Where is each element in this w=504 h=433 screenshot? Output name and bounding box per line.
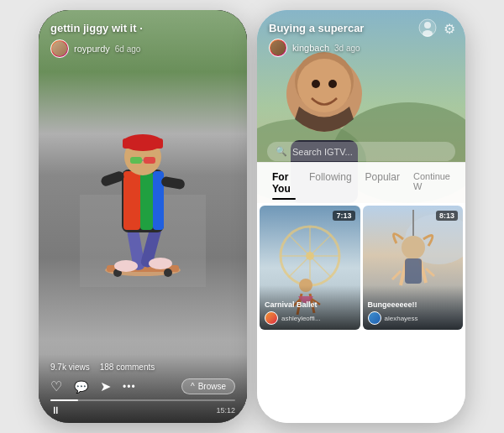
svg-rect-10 bbox=[123, 171, 140, 230]
phones-container: gettin jiggy wit it · roypurdy 6d ago 9.… bbox=[30, 2, 474, 431]
right-avatar bbox=[269, 39, 287, 57]
tab-for-you[interactable]: For You bbox=[265, 168, 302, 198]
right-igtv: Buying a supercar kingbach 3d ago bbox=[257, 10, 465, 423]
thumb-2-title: Bungeeeeee!! bbox=[368, 300, 459, 309]
right-username: kingbach bbox=[292, 43, 329, 53]
svg-point-28 bbox=[328, 80, 337, 88]
tab-following[interactable]: Following bbox=[302, 168, 359, 198]
thumb-2-info: Bungeeeeee!! alexhayess bbox=[363, 285, 464, 330]
controls-row: ♡ 💬 ➤ ••• ^ Browse bbox=[50, 378, 235, 394]
thumb-1-info: Carnival Ballet ashleyleoffi... bbox=[260, 285, 360, 330]
video-title: gettin jiggy wit it · bbox=[50, 22, 235, 34]
svg-rect-14 bbox=[160, 176, 186, 190]
play-time-row: ⏸ 15:12 bbox=[50, 404, 235, 416]
left-bottom-controls: 9.7k views 188 comments ♡ 💬 ➤ ••• ^ Brow… bbox=[39, 354, 247, 423]
browse-label: Browse bbox=[198, 382, 226, 391]
search-placeholder: Search IGTV... bbox=[292, 147, 353, 157]
right-user-row: kingbach 3d ago bbox=[269, 39, 360, 57]
more-icon[interactable]: ••• bbox=[123, 381, 136, 393]
svg-point-27 bbox=[312, 80, 320, 88]
tabs-bar: For You Following Popular Continue W bbox=[257, 162, 465, 203]
left-phone: gettin jiggy wit it · roypurdy 6d ago 9.… bbox=[39, 10, 247, 423]
tab-popular[interactable]: Popular bbox=[359, 168, 407, 198]
thumb-2-username: alexhayess bbox=[385, 315, 418, 322]
comment-icon[interactable]: 💬 bbox=[74, 380, 88, 394]
thumb-2-user-row: alexhayess bbox=[368, 311, 459, 325]
svg-rect-13 bbox=[100, 170, 125, 188]
videos-grid: 7:13 Carnival Ballet ashleyleoffi... bbox=[257, 203, 465, 332]
right-phone: Buying a supercar kingbach 3d ago bbox=[257, 10, 465, 423]
thumb-1-user-row: ashleyleoffi... bbox=[265, 311, 355, 325]
svg-point-4 bbox=[164, 269, 172, 277]
thumb-2-duration: 8:13 bbox=[436, 211, 458, 221]
svg-point-8 bbox=[149, 258, 172, 269]
stats-row: 9.7k views 188 comments bbox=[50, 363, 235, 372]
left-top-info: gettin jiggy wit it · roypurdy 6d ago bbox=[50, 22, 235, 58]
settings-icon[interactable]: ⚙ bbox=[444, 21, 455, 37]
tab-continue[interactable]: Continue W bbox=[407, 168, 457, 198]
username: roypurdy bbox=[74, 44, 110, 54]
svg-point-32 bbox=[423, 30, 433, 37]
browse-button[interactable]: ^ Browse bbox=[181, 378, 235, 394]
action-icons: ♡ 💬 ➤ ••• bbox=[50, 378, 136, 394]
thumb-2-avatar bbox=[368, 311, 381, 325]
notification-icon[interactable] bbox=[418, 18, 437, 39]
left-video-player: gettin jiggy wit it · roypurdy 6d ago 9.… bbox=[39, 10, 247, 423]
right-video-title: Buying a supercar bbox=[269, 22, 364, 34]
play-pause-button[interactable]: ⏸ bbox=[50, 404, 60, 416]
search-icon: 🔍 bbox=[276, 146, 287, 157]
svg-rect-11 bbox=[140, 171, 153, 230]
right-top-video: Buying a supercar kingbach 3d ago bbox=[257, 10, 465, 203]
browse-chevron-icon: ^ bbox=[191, 382, 195, 391]
video-thumb-1[interactable]: 7:13 Carnival Ballet ashleyleoffi... bbox=[260, 206, 360, 330]
right-top-icons: ⚙ bbox=[418, 18, 455, 39]
comments-stat: 188 comments bbox=[100, 363, 155, 372]
video-thumb-2[interactable]: 8:13 Bungeeeeee!! alexhayess bbox=[363, 206, 464, 330]
svg-point-43 bbox=[402, 236, 425, 259]
profile-icon[interactable] bbox=[418, 18, 437, 37]
views-stat: 9.7k views bbox=[50, 363, 90, 372]
like-icon[interactable]: ♡ bbox=[50, 378, 62, 394]
search-bar[interactable]: 🔍 Search IGTV... bbox=[267, 142, 455, 161]
svg-rect-18 bbox=[130, 157, 142, 164]
thumb-1-duration: 7:13 bbox=[333, 211, 354, 221]
thumb-1-title: Carnival Ballet bbox=[265, 300, 355, 309]
user-row: roypurdy 6d ago bbox=[50, 39, 235, 58]
progress-bar-container[interactable] bbox=[50, 399, 235, 401]
duration-display: 15:12 bbox=[216, 406, 235, 415]
share-icon[interactable]: ➤ bbox=[100, 378, 111, 394]
right-time-ago: 3d ago bbox=[334, 44, 360, 53]
right-avatar-inner bbox=[270, 40, 286, 55]
skater-figure bbox=[80, 69, 206, 287]
avatar-inner bbox=[52, 41, 67, 56]
progress-bar-fill bbox=[50, 399, 78, 401]
svg-rect-45 bbox=[405, 258, 422, 284]
svg-rect-17 bbox=[123, 138, 163, 149]
svg-point-7 bbox=[114, 260, 138, 272]
thumb-1-username: ashleyleoffi... bbox=[281, 315, 321, 322]
svg-rect-19 bbox=[144, 157, 155, 164]
time-ago: 6d ago bbox=[115, 44, 141, 54]
thumb-1-avatar bbox=[265, 311, 278, 325]
avatar bbox=[50, 39, 69, 58]
svg-point-31 bbox=[424, 22, 431, 29]
